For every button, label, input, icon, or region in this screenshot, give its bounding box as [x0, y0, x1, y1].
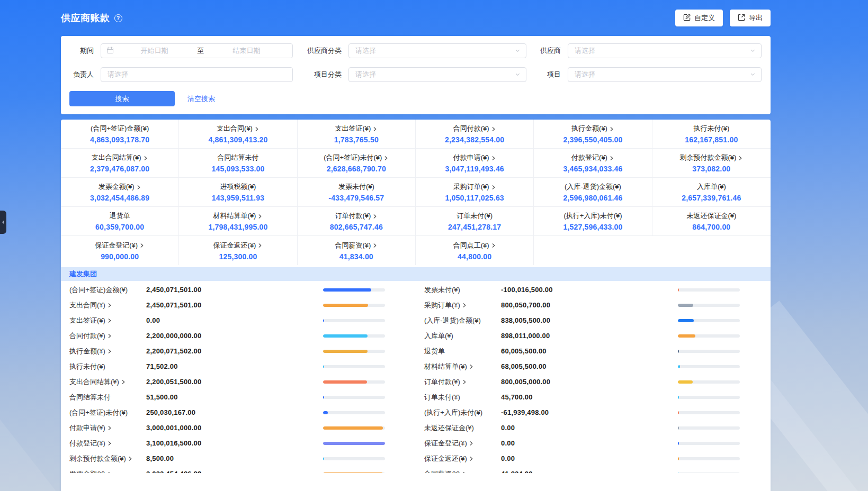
stat-label: (执行+入库)未付(¥)	[563, 211, 622, 221]
select-placeholder: 请选择	[575, 70, 595, 79]
metric-bar-fill	[678, 350, 679, 353]
stat-value: 1,783,765.50	[334, 135, 379, 144]
metric-label[interactable]: 执行金额(¥)	[69, 347, 146, 356]
project-select[interactable]: 请选择	[568, 67, 762, 82]
side-drawer-handle[interactable]	[0, 211, 6, 234]
detail-row: (执行+入库)未付(¥)-61,939,498.00	[416, 405, 771, 420]
metric-value: 0.00	[146, 316, 323, 324]
detail-row: 保证金登记(¥)0.00	[416, 435, 771, 451]
stat-label: 进项税额(¥)	[220, 182, 256, 192]
metric-label: 执行未付(¥)	[69, 362, 146, 371]
chevron-right-icon	[107, 441, 112, 446]
stat-label[interactable]: 订单付款(¥)	[335, 211, 378, 221]
stat-label[interactable]: 采购订单(¥)	[453, 182, 496, 192]
stat-label[interactable]: 发票金额(¥)	[99, 182, 141, 192]
clear-search-link[interactable]: 清空搜索	[187, 94, 215, 104]
metric-bar	[323, 457, 385, 460]
metric-value: -100,016,500.00	[501, 286, 678, 294]
metric-bar	[323, 288, 385, 292]
metric-label: (合同+签证)金额(¥)	[69, 285, 146, 295]
customize-label: 自定义	[694, 13, 715, 23]
metric-value: -61,939,498.00	[501, 408, 678, 416]
stat-label[interactable]: 剩余预付款金额(¥)	[679, 153, 743, 162]
metric-label[interactable]: 材料结算单(¥)	[424, 362, 501, 371]
metric-value: 2,200,000,000.00	[146, 332, 323, 340]
detail-row: 订单未付(¥)45,700.00	[416, 389, 771, 405]
detail-row: 支出签证(¥)0.00	[61, 313, 416, 328]
stat-cell: 合同结算未付145,093,533.00	[179, 149, 297, 178]
stat-cell: (执行+入库)未付(¥)1,527,596,433.00	[534, 207, 652, 236]
metric-label[interactable]: 订单付款(¥)	[424, 377, 501, 387]
supplier-select[interactable]: 请选择	[568, 43, 762, 58]
chevron-right-icon	[107, 333, 112, 339]
metric-label[interactable]: 采购订单(¥)	[424, 301, 501, 310]
stat-value: -433,479,546.57	[328, 194, 384, 202]
chevron-right-icon	[257, 243, 263, 248]
metric-bar-fill	[323, 380, 367, 384]
metric-bar-fill	[323, 288, 371, 292]
stat-label[interactable]: 支出合同(¥)	[217, 124, 259, 133]
metric-label: (合同+签证)未付(¥)	[69, 408, 146, 417]
metric-label: 订单未付(¥)	[424, 393, 501, 402]
stat-label[interactable]: 保证金登记(¥)	[95, 241, 145, 250]
supplier-category-select[interactable]: 请选择	[348, 43, 526, 58]
calendar-icon	[106, 47, 114, 56]
metric-label[interactable]: 支出合同(¥)	[69, 301, 146, 310]
metric-label[interactable]: 支出签证(¥)	[69, 316, 146, 325]
metric-bar	[323, 442, 385, 445]
metric-label[interactable]: 付款登记(¥)	[69, 439, 146, 448]
metric-bar	[678, 426, 740, 430]
stat-label[interactable]: 合同付款(¥)	[453, 124, 496, 133]
stat-label[interactable]: 付款登记(¥)	[571, 153, 614, 162]
stat-label[interactable]: 保证金返还(¥)	[213, 241, 263, 250]
range-separator: 至	[195, 46, 206, 56]
detail-row: 退货单60,005,500.00	[416, 343, 771, 359]
detail-row: 保证金返还(¥)0.00	[416, 451, 771, 466]
metric-value: 838,005,500.00	[501, 316, 678, 324]
metric-bar-fill	[323, 365, 324, 368]
chevron-right-icon	[462, 471, 467, 473]
metric-label[interactable]: 保证金返还(¥)	[424, 454, 501, 463]
stat-value: 3,047,119,493.46	[445, 165, 504, 173]
stat-label[interactable]: 支出合同结算(¥)	[92, 153, 148, 162]
project-category-select[interactable]: 请选择	[348, 67, 526, 82]
metric-label[interactable]: 保证金登记(¥)	[424, 439, 501, 448]
metric-label[interactable]: 剩余预付款金额(¥)	[69, 454, 146, 463]
stat-value: 2,234,382,554.00	[445, 135, 504, 144]
stat-label[interactable]: 付款申请(¥)	[453, 153, 496, 162]
metric-bar-fill	[678, 442, 679, 445]
stat-label[interactable]: 合同薪资(¥)	[335, 241, 378, 250]
stat-label[interactable]: 材料结算单(¥)	[213, 211, 263, 221]
detail-row: (入库-退货)金额(¥)838,005,500.00	[416, 313, 771, 328]
search-button[interactable]: 搜索	[69, 91, 175, 106]
detail-column-right: 发票未付(¥)-100,016,500.00采购订单(¥)800,050,700…	[416, 282, 771, 473]
metric-value: 800,005,000.00	[501, 378, 678, 386]
stat-cell: 进项税额(¥)143,959,511.93	[179, 178, 297, 207]
stat-cell: (合同+签证)未付(¥)2,628,668,790.70	[298, 149, 416, 178]
date-range-picker[interactable]: 开始日期 至 结束日期	[101, 43, 293, 58]
stat-label[interactable]: (合同+签证)未付(¥)	[324, 153, 389, 162]
help-icon[interactable]: ?	[114, 14, 122, 22]
metric-label[interactable]: 合同付款(¥)	[69, 331, 146, 341]
metric-label: 发票未付(¥)	[424, 285, 501, 295]
customize-button[interactable]: 自定义	[675, 10, 723, 26]
stat-label: 未返还保证金(¥)	[686, 211, 736, 221]
detail-row: 付款登记(¥)3,100,016,500.00	[61, 435, 416, 451]
stat-label[interactable]: 支出签证(¥)	[335, 124, 378, 133]
metric-label[interactable]: 支出合同结算(¥)	[69, 377, 146, 387]
export-icon	[738, 13, 746, 23]
stat-value: 1,527,596,433.00	[563, 223, 622, 231]
metric-label[interactable]: 合同薪资(¥)	[424, 469, 501, 474]
chevron-right-icon	[128, 456, 133, 461]
stat-label[interactable]: 合同点工(¥)	[453, 241, 496, 250]
metric-label[interactable]: 发票金额(¥)	[69, 469, 146, 474]
export-button[interactable]: 导出	[730, 10, 771, 26]
metric-value: 41,834.00	[501, 470, 678, 473]
stat-cell-empty	[534, 236, 652, 265]
stat-label[interactable]: 执行金额(¥)	[571, 124, 614, 133]
chevron-right-icon	[609, 126, 614, 132]
metric-bar-fill	[678, 288, 679, 292]
metric-label[interactable]: 付款申请(¥)	[69, 423, 146, 433]
owner-select[interactable]: 请选择	[101, 67, 293, 82]
stat-cell: 未返还保证金(¥)864,700.00	[652, 207, 771, 236]
